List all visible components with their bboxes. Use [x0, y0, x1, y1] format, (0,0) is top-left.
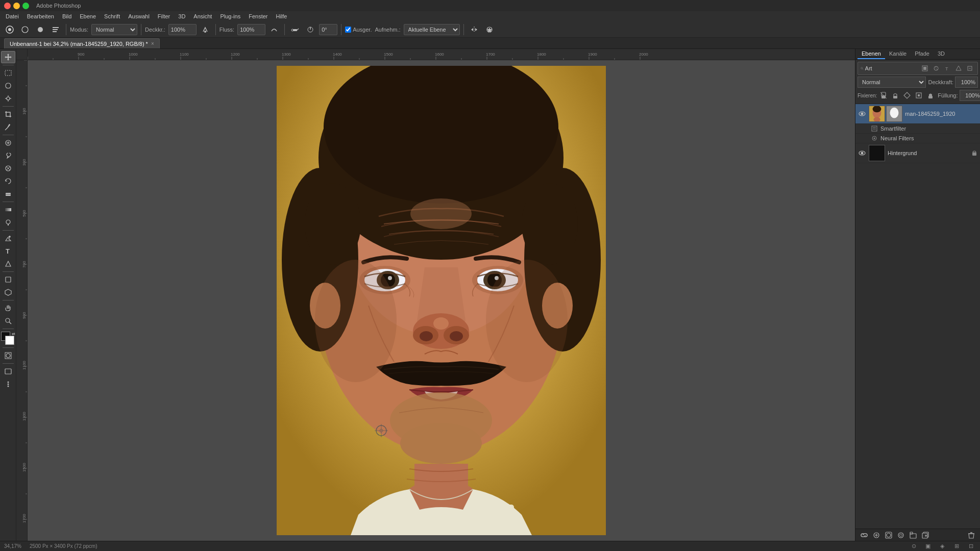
aufnehm-select[interactable]: Aktuelle Ebene	[404, 24, 460, 35]
blend-mode-row: Normal Auflösen Abdunkeln Multiplizieren…	[857, 77, 978, 88]
filter-shape-btn[interactable]	[953, 63, 964, 73]
minimize-button[interactable]	[13, 3, 20, 9]
ausger-checkbox[interactable]	[345, 27, 351, 33]
status-proof-btn[interactable]: ▣	[923, 541, 933, 552]
deckel-input[interactable]	[168, 24, 197, 35]
menu-schrift[interactable]: Schrift	[101, 12, 124, 20]
menu-bild[interactable]: Bild	[59, 12, 75, 20]
lock-position-btn[interactable]	[902, 90, 912, 101]
status-gamut-btn[interactable]: ◈	[937, 541, 947, 552]
eyedropper-tool[interactable]	[1, 121, 15, 133]
swap-colors-btn[interactable]: ⇄	[12, 332, 15, 336]
lasso-tool[interactable]	[1, 80, 15, 92]
sublayer-smartfilter[interactable]: Smartfilter	[855, 124, 980, 134]
maximize-button[interactable]	[22, 3, 29, 9]
3d-tool[interactable]	[1, 286, 15, 298]
screen-mode-btn[interactable]	[1, 365, 15, 378]
clone-tool[interactable]	[1, 162, 15, 174]
modus-select[interactable]: Normal Auflösen Abdunkeln	[91, 24, 137, 35]
new-group-btn[interactable]	[908, 530, 919, 540]
lock-all-btn[interactable]	[925, 90, 936, 101]
lock-image-btn[interactable]	[890, 90, 900, 101]
opacity-input[interactable]	[955, 77, 978, 88]
magic-wand-tool[interactable]	[1, 92, 15, 105]
history-tool[interactable]	[1, 175, 15, 187]
menu-hilfe[interactable]: Hilfe	[272, 12, 290, 20]
symmetry-btn[interactable]	[468, 23, 481, 36]
brush-tool[interactable]	[1, 149, 15, 162]
layer-hintergrund-visibility[interactable]	[858, 149, 866, 157]
shape-tool[interactable]	[1, 273, 15, 286]
fill-input[interactable]	[960, 90, 981, 101]
delete-layer-btn[interactable]	[966, 530, 977, 540]
tab-close-btn[interactable]: ×	[151, 41, 154, 46]
lock-artboard-btn[interactable]	[914, 90, 924, 101]
tab-ebenen[interactable]: Ebenen	[857, 49, 885, 59]
tab-kanaele[interactable]: Kanäle	[885, 49, 911, 59]
healing-tool[interactable]	[1, 137, 15, 149]
filter-type-btn[interactable]: T	[942, 63, 952, 73]
add-adjustment-btn[interactable]	[895, 530, 906, 540]
extra-tools-btn[interactable]	[1, 378, 15, 390]
svg-rect-4	[53, 27, 59, 28]
layer-man-lock	[971, 111, 977, 117]
extra-btn[interactable]	[483, 23, 496, 36]
menu-auswahl[interactable]: Auswahl	[125, 12, 153, 20]
rect-select-tool[interactable]	[1, 67, 15, 79]
layer-man-visibility[interactable]	[858, 110, 866, 118]
hand-tool[interactable]	[1, 302, 15, 314]
menu-filter[interactable]: Filter	[154, 12, 174, 20]
new-layer-btn[interactable]	[920, 530, 931, 540]
lock-transparent-btn[interactable]	[878, 90, 889, 101]
layer-man[interactable]: man-1845259_1920	[855, 104, 980, 124]
pen-tool[interactable]	[1, 232, 15, 244]
zoom-tool[interactable]	[1, 315, 15, 327]
pressure-opacity-btn[interactable]	[199, 23, 212, 36]
brush-hardness-btn[interactable]	[34, 23, 47, 36]
tool-preset-btn[interactable]	[3, 23, 16, 36]
tab-3d[interactable]: 3D	[934, 49, 949, 59]
layer-search-input[interactable]	[865, 65, 918, 71]
dodge-tool[interactable]	[1, 216, 15, 229]
filter-adjustment-btn[interactable]	[931, 63, 941, 73]
menu-ansicht[interactable]: Ansicht	[190, 12, 215, 20]
menu-datei[interactable]: Datei	[2, 12, 22, 20]
tab-pfade[interactable]: Pfade	[911, 49, 934, 59]
blend-mode-select[interactable]: Normal Auflösen Abdunkeln Multiplizieren	[857, 77, 926, 88]
close-button[interactable]	[4, 3, 11, 9]
menu-plugins[interactable]: Plug-ins	[216, 12, 244, 20]
quick-mask-btn[interactable]	[1, 349, 15, 362]
eraser-tool[interactable]	[1, 188, 15, 200]
document-tab[interactable]: Unbenannt-1 bei 34,2% (man-1845259_1920,…	[4, 38, 160, 48]
layer-hintergrund[interactable]: Hintergrund	[855, 143, 980, 163]
add-mask-btn[interactable]	[883, 530, 894, 540]
menu-3d[interactable]: 3D	[175, 12, 189, 20]
angle-input[interactable]	[319, 24, 337, 35]
move-tool[interactable]	[1, 51, 15, 63]
fluss-input[interactable]	[237, 24, 265, 35]
sublayer-neural[interactable]: Neural Filters	[855, 134, 980, 143]
add-style-btn[interactable]	[871, 530, 882, 540]
gradient-tool[interactable]	[1, 204, 15, 216]
filter-pixel-btn[interactable]	[920, 63, 930, 73]
tab-title: Unbenannt-1 bei 34,2% (man-1845259_1920,…	[10, 41, 148, 47]
background-color[interactable]	[5, 336, 14, 345]
crop-tool[interactable]	[1, 108, 15, 120]
menu-fenster[interactable]: Fenster	[245, 12, 271, 20]
link-layers-btn[interactable]	[859, 530, 870, 540]
status-adjust-btn[interactable]: ⊙	[909, 541, 919, 552]
pressure-flow-btn[interactable]	[267, 23, 281, 36]
menu-ebene[interactable]: Ebene	[76, 12, 100, 20]
status-grid-btn[interactable]: ⊡	[966, 541, 976, 552]
angle-btn[interactable]	[304, 23, 317, 36]
svg-point-137	[433, 317, 449, 330]
filter-smart-btn[interactable]	[965, 63, 975, 73]
brush-size-btn[interactable]	[18, 23, 32, 36]
brush-preset-btn[interactable]	[49, 23, 62, 36]
path-selection-tool[interactable]	[1, 258, 15, 270]
fg-bg-color[interactable]: ⇄	[1, 332, 15, 345]
type-tool[interactable]: T	[1, 245, 15, 257]
airbrush-btn[interactable]	[288, 23, 302, 36]
menu-bearbeiten[interactable]: Bearbeiten	[23, 12, 58, 20]
status-snapping-btn[interactable]: ⊞	[951, 541, 962, 552]
